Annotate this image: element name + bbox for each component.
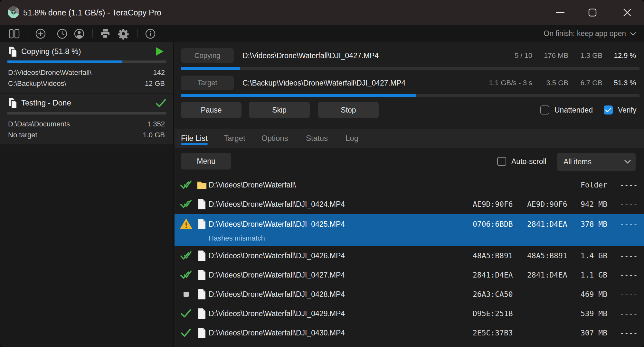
file-row[interactable]: D:\Videos\Drone\Waterfall\DJI_0426.MP448… [175, 246, 644, 265]
toolbar-separator [27, 29, 27, 38]
tab-options[interactable]: Options [261, 131, 288, 145]
skip-button[interactable]: Skip [249, 102, 310, 118]
close-icon [623, 8, 631, 17]
transfer-stat: 1.1 GB/s - 3 s [489, 76, 533, 90]
pause-button[interactable]: Pause [181, 102, 242, 118]
auto-scroll-checkbox[interactable] [497, 157, 506, 166]
on-finish-dropdown[interactable]: On finish: keep app open [544, 25, 636, 42]
panel-toggle-icon[interactable] [7, 25, 21, 42]
file-size: 1.4 GB [581, 246, 607, 265]
file-icon [197, 304, 207, 323]
print-icon[interactable] [98, 25, 112, 42]
hash-source: 0706:6BDB [473, 214, 513, 234]
double-check-icon [179, 195, 193, 214]
toolbar-separator [92, 29, 93, 38]
verify-checkbox[interactable] [604, 105, 613, 114]
task-progress-bar [7, 60, 166, 63]
file-extra: ---- [620, 175, 638, 195]
double-check-icon [180, 270, 192, 280]
info-icon[interactable] [143, 25, 157, 42]
maximize-button[interactable] [581, 0, 604, 25]
task-title: Copying (51.8 %) [21, 42, 81, 61]
file-size: 1.1 GB [581, 265, 607, 285]
folder-icon [197, 175, 207, 195]
task-check-icon[interactable] [155, 98, 166, 108]
transfer-progress-bar [181, 67, 639, 70]
tab-file-list[interactable]: File List [181, 131, 208, 145]
menu-button[interactable]: Menu [181, 153, 231, 169]
filter-dropdown[interactable]: All items [557, 153, 636, 171]
double-check-icon [179, 175, 193, 195]
close-button[interactable] [615, 0, 639, 25]
file-row[interactable]: D:\Videos\Drone\Waterfall\DJI_0424.MP4AE… [175, 195, 644, 214]
file-size: 307 MB [581, 323, 607, 342]
task-path: D:\Data\Documents [8, 120, 70, 128]
copy-task-icon [8, 46, 18, 59]
file-extra: ---- [620, 195, 638, 214]
transfer-badge[interactable]: Target [181, 76, 234, 90]
file-row[interactable]: D:\Videos\Drone\Waterfall\DJI_0425.MP4Ha… [175, 214, 644, 246]
toolbar: On finish: keep app open [0, 25, 644, 42]
file-icon [198, 308, 206, 319]
task-value: 142 [153, 68, 165, 77]
file-size: 378 MB [581, 214, 607, 234]
check-icon [155, 98, 167, 108]
chevron-down-icon [624, 159, 631, 164]
unattended-label: Unattended [554, 105, 593, 114]
user-icon[interactable] [72, 25, 86, 42]
filter-value: All items [564, 158, 592, 166]
transfer-badge[interactable]: Copying [181, 48, 234, 63]
transfer-path: D:\Videos\Drone\Waterfall\DJI_0427.MP4 [242, 48, 379, 63]
file-size: 539 MB [581, 304, 607, 323]
file-icon [197, 246, 207, 265]
tab-target[interactable]: Target [224, 131, 245, 145]
titlebar: T 51.8% done (1.1 GB/s) - TeraCopy Pro [0, 0, 644, 25]
file-row[interactable]: D:\Videos\Drone\Waterfall\DJI_0430.MP42E… [175, 323, 644, 342]
file-size: 942 MB [581, 195, 607, 214]
file-size: Folder [581, 175, 607, 195]
file-path: D:\Videos\Drone\Waterfall\DJI_0428.MP4 [209, 285, 345, 304]
check-icon [179, 323, 193, 342]
app-icon: T [7, 6, 20, 19]
file-path: D:\Videos\Drone\Waterfall\DJI_0426.MP4 [209, 246, 345, 265]
file-row[interactable]: D:\Videos\Drone\Waterfall\DJI_0428.MP426… [175, 285, 644, 304]
warning-icon [180, 219, 192, 230]
unattended-checkbox[interactable] [540, 105, 549, 114]
transfer-path: C:\Backup\Videos\Drone\Waterfall\DJI_042… [242, 76, 405, 90]
transfer-stat: 3.5 GB [546, 76, 568, 90]
task-path: C:\Backup\Videos\ [8, 79, 66, 88]
transfer-stat: 5 / 10 [515, 48, 532, 63]
history-icon[interactable] [55, 25, 69, 42]
warning-icon [179, 214, 193, 234]
minimize-button[interactable] [548, 0, 572, 25]
task-card[interactable]: Testing - DoneD:\Data\Documents1 352No t… [0, 94, 173, 144]
file-icon [198, 219, 206, 229]
check-icon [605, 107, 611, 113]
stop-button[interactable]: Stop [318, 102, 379, 118]
file-icon [197, 195, 207, 214]
tab-status[interactable]: Status [306, 131, 328, 145]
file-row[interactable]: D:\Videos\Drone\Waterfall\DJI_0429.MP4D9… [175, 304, 644, 323]
double-check-icon [179, 246, 193, 265]
task-play-icon[interactable] [155, 47, 166, 57]
file-size: 469 MB [581, 285, 607, 304]
file-row[interactable]: D:\Videos\Drone\Waterfall\DJI_0427.MP428… [175, 265, 644, 285]
file-extra: ---- [620, 285, 638, 304]
file-icon [197, 323, 207, 342]
task-card[interactable]: Copying (51.8 %)D:\Videos\Drone\Waterfal… [0, 42, 173, 93]
double-check-icon [180, 199, 192, 209]
hash-target: AE9D:90F6 [527, 195, 567, 214]
task-title: Testing - Done [21, 94, 71, 112]
file-path: D:\Videos\Drone\Waterfall\DJI_0424.MP4 [209, 195, 345, 214]
maximize-icon [588, 8, 597, 17]
task-value: 12 GB [145, 79, 165, 88]
settings-gear-icon[interactable] [116, 25, 130, 42]
add-task-icon[interactable] [33, 25, 48, 42]
hash-source: 2E5C:37B3 [473, 323, 513, 342]
file-path: D:\Videos\Drone\Waterfall\DJI_0429.MP4 [209, 304, 345, 323]
file-row[interactable]: D:\Videos\Drone\Waterfall\Folder---- [175, 175, 644, 195]
hash-target: 2841:D4EA [527, 265, 567, 285]
tab-log[interactable]: Log [346, 131, 358, 145]
stop-square-icon [179, 285, 193, 304]
file-icon [198, 270, 206, 280]
